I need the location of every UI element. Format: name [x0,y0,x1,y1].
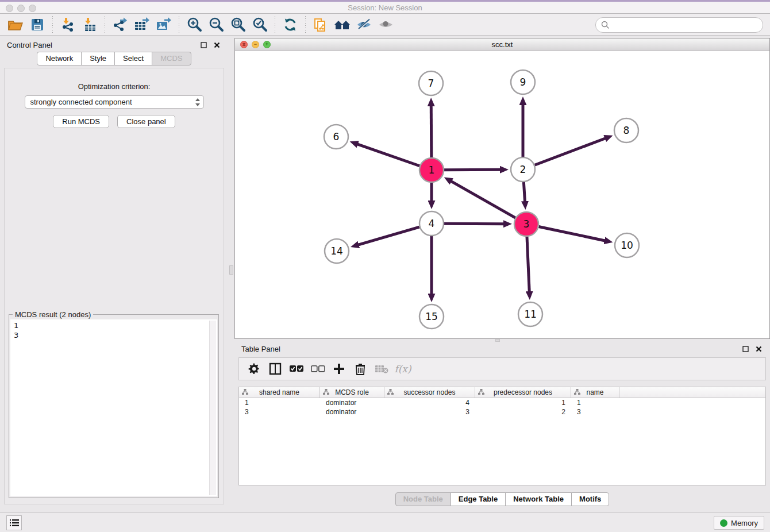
cell[interactable]: 1 [571,399,619,407]
svg-text:10: 10 [621,240,633,251]
show-all-icon[interactable] [376,16,396,33]
column-header-name[interactable]: name [571,387,619,398]
result-scrollbar[interactable] [209,321,216,495]
float-panel-icon[interactable] [199,40,208,49]
save-session-icon[interactable] [28,16,47,33]
tab-network[interactable]: Network [37,52,82,65]
cell[interactable]: 3 [571,408,619,416]
criterion-select[interactable]: strongly connected component [25,95,204,109]
memory-button[interactable]: Memory [714,516,764,530]
export-network-icon[interactable] [110,16,130,33]
cell[interactable]: 4 [384,399,475,407]
import-table-icon[interactable] [80,16,99,33]
close-table-panel-icon[interactable] [754,344,763,353]
export-image-icon[interactable] [154,16,174,33]
zoom-selected-icon[interactable] [250,16,270,33]
delete-table-icon[interactable] [374,361,390,377]
close-panel-button[interactable]: Close panel [117,115,175,128]
graph-node-4[interactable]: 4 [419,211,444,236]
refresh-view-icon[interactable] [280,16,300,33]
deselect-all-columns-icon[interactable] [310,361,326,377]
table-panel-title: Table Panel [241,345,280,353]
open-network-file-icon[interactable] [311,16,330,33]
float-table-panel-icon[interactable] [741,344,750,353]
svg-text:4: 4 [429,218,435,229]
settings-gear-icon[interactable] [246,361,262,377]
vertical-splitter-grip[interactable] [229,265,233,275]
cell[interactable]: dominator [320,408,384,416]
edge-3-10[interactable] [539,227,605,241]
function-builder-icon[interactable]: f(x) [395,361,411,377]
svg-text:7: 7 [428,78,434,89]
table-tab-node-table[interactable]: Node Table [395,492,451,506]
cell[interactable]: dominator [320,399,384,407]
table-tab-edge-table[interactable]: Edge Table [451,492,506,506]
graph-node-6[interactable]: 6 [324,125,348,149]
export-table-icon[interactable] [132,16,152,33]
column-header-predecessor-nodes[interactable]: predecessor nodes [475,387,571,398]
edge-1-7[interactable] [431,106,432,157]
graph-node-10[interactable]: 10 [615,233,639,257]
node-table[interactable]: shared nameMCDS rolesuccessor nodesprede… [238,387,766,485]
delete-column-icon[interactable] [352,361,368,377]
column-visibility-icon[interactable] [267,361,283,377]
tab-style[interactable]: Style [81,52,115,65]
cell[interactable]: 2 [475,408,571,416]
table-row[interactable]: 3dominator323 [239,407,765,417]
column-header-MCDS-role[interactable]: MCDS role [320,387,384,398]
open-session-icon[interactable] [6,16,25,33]
hide-selected-icon[interactable] [355,16,374,33]
graph-node-9[interactable]: 9 [511,70,535,94]
column-type-icon [242,389,248,395]
search-input[interactable] [610,21,763,29]
search-box[interactable] [595,17,763,33]
zoom-fit-icon[interactable] [228,16,248,33]
edge-4-3[interactable] [444,223,504,224]
network-window-titlebar[interactable]: x − + scc.txt [235,38,769,51]
close-panel-icon[interactable] [212,40,221,49]
edge-2-8[interactable] [535,138,606,165]
edge-3-11[interactable] [527,237,529,292]
graph-node-8[interactable]: 8 [614,118,638,142]
import-network-icon[interactable] [58,16,78,33]
table-row[interactable]: 1dominator411 [239,398,765,407]
table-panel-header: Table Panel [234,342,770,356]
network-window: x − + scc.txt 7968124314101511 [234,38,770,339]
cell[interactable]: 3 [384,408,475,416]
graph-node-1[interactable]: 1 [419,158,444,182]
tab-mcds[interactable]: MCDS [152,52,191,65]
edge-3-1[interactable] [451,181,515,218]
table-toolbar: f(x) [238,357,766,380]
graph-node-7[interactable]: 7 [419,71,443,95]
add-column-icon[interactable] [331,361,347,377]
svg-text:9: 9 [520,76,526,88]
cell[interactable]: 1 [239,399,320,407]
graph-node-11[interactable]: 11 [518,302,542,326]
table-tab-network-table[interactable]: Network Table [505,492,572,506]
table-tab-motifs[interactable]: Motifs [571,492,609,506]
edge-2-3[interactable] [523,182,525,202]
graph-node-14[interactable]: 14 [325,239,349,263]
edge-1-6[interactable] [357,144,419,166]
cell[interactable]: 1 [475,399,571,407]
tab-select[interactable]: Select [114,52,152,65]
network-canvas[interactable]: 7968124314101511 [235,51,769,338]
graph-node-15[interactable]: 15 [419,304,444,329]
column-header-successor-nodes[interactable]: successor nodes [384,387,475,398]
edge-1-2[interactable] [444,169,500,170]
svg-text:6: 6 [333,131,340,142]
mcds-result-group: MCDS result (2 nodes) 1 3 [9,314,219,498]
graph-node-2[interactable]: 2 [511,157,535,182]
run-mcds-button[interactable]: Run MCDS [53,115,109,128]
status-bar: Memory [0,512,770,532]
zoom-out-icon[interactable] [206,16,226,33]
column-header-shared-name[interactable]: shared name [239,387,320,398]
control-panel: Control Panel NetworkStyleSelectMCDS Opt… [0,38,228,507]
home-view-icon[interactable] [333,16,352,33]
task-history-button[interactable] [6,515,22,530]
edge-4-14[interactable] [358,227,419,245]
graph-node-3[interactable]: 3 [514,212,538,236]
cell[interactable]: 3 [239,408,320,416]
zoom-in-icon[interactable] [184,16,204,33]
select-all-columns-icon[interactable] [288,361,305,377]
